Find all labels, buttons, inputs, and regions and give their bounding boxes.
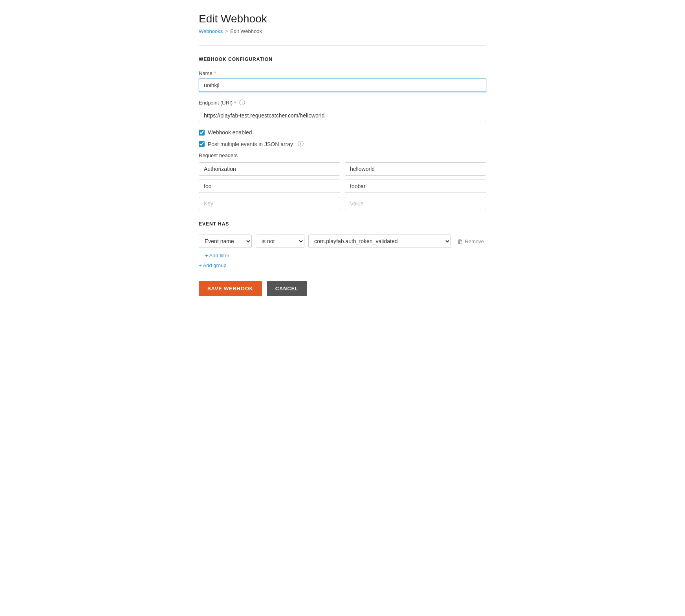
- header-row-3: [199, 197, 486, 210]
- name-required-star: *: [214, 70, 216, 76]
- add-group-button[interactable]: + Add group: [199, 262, 226, 268]
- add-filter-label: + Add filter: [205, 253, 229, 258]
- endpoint-field-group: Endpoint (URI) * ⓘ: [199, 99, 486, 122]
- request-headers-label: Request headers: [199, 152, 486, 158]
- webhook-enabled-checkbox[interactable]: [199, 130, 205, 136]
- endpoint-wrapper: [199, 109, 486, 122]
- post-multiple-row: Post multiple events in JSON array ⓘ: [199, 140, 486, 148]
- add-filter-button[interactable]: + Add filter: [205, 253, 229, 258]
- breadcrumb-separator: >: [225, 29, 228, 34]
- header-row-2: [199, 180, 486, 193]
- header-key-1[interactable]: [199, 162, 340, 176]
- event-has-section: EVENT HAS Event name Event type Title ID…: [199, 221, 486, 268]
- header-key-3[interactable]: [199, 197, 340, 210]
- page-title: Edit Webhook: [199, 13, 486, 25]
- webhook-enabled-row: Webhook enabled: [199, 129, 486, 136]
- add-group-label: + Add group: [199, 262, 226, 268]
- event-has-title: EVENT HAS: [199, 221, 486, 227]
- event-value-select[interactable]: com.playfab.auth_token_validated com.pla…: [308, 235, 451, 248]
- cancel-button[interactable]: CANCEL: [267, 281, 307, 296]
- webhook-config-section: WEBHOOK CONFIGURATION Name * Endpoint (U…: [199, 57, 486, 210]
- remove-filter-button[interactable]: 🗑 Remove: [455, 236, 486, 246]
- breadcrumb-current: Edit Webhook: [230, 28, 262, 34]
- breadcrumb-webhooks-link[interactable]: Webhooks: [199, 28, 223, 34]
- event-field-select[interactable]: Event name Event type Title ID: [199, 235, 252, 248]
- endpoint-label: Endpoint (URI) * ⓘ: [199, 99, 486, 106]
- breadcrumb: Webhooks > Edit Webhook: [199, 28, 486, 34]
- header-value-3[interactable]: [345, 197, 486, 210]
- post-multiple-label[interactable]: Post multiple events in JSON array: [208, 141, 293, 147]
- header-value-1[interactable]: [345, 162, 486, 176]
- section-divider: [199, 45, 486, 46]
- name-field-group: Name *: [199, 70, 486, 92]
- name-label: Name *: [199, 70, 486, 76]
- webhook-enabled-label[interactable]: Webhook enabled: [208, 129, 252, 136]
- request-headers-group: Request headers: [199, 152, 486, 210]
- trash-icon: 🗑: [457, 238, 463, 245]
- post-multiple-info-icon[interactable]: ⓘ: [298, 140, 304, 148]
- header-value-2[interactable]: [345, 180, 486, 193]
- event-operator-select[interactable]: is is not contains starts with: [256, 235, 304, 248]
- action-buttons: SAVE WEBHOOK CANCEL: [199, 281, 486, 296]
- header-row-1: [199, 162, 486, 176]
- post-multiple-checkbox[interactable]: [199, 141, 205, 147]
- filter-row: Event name Event type Title ID is is not…: [199, 235, 486, 248]
- webhook-config-title: WEBHOOK CONFIGURATION: [199, 57, 486, 62]
- endpoint-required-star: *: [234, 100, 236, 106]
- save-webhook-button[interactable]: SAVE WEBHOOK: [199, 281, 262, 296]
- name-input[interactable]: [199, 79, 486, 92]
- endpoint-info-icon[interactable]: ⓘ: [239, 99, 245, 106]
- remove-label: Remove: [465, 238, 484, 244]
- header-key-2[interactable]: [199, 180, 340, 193]
- endpoint-input[interactable]: [199, 109, 486, 122]
